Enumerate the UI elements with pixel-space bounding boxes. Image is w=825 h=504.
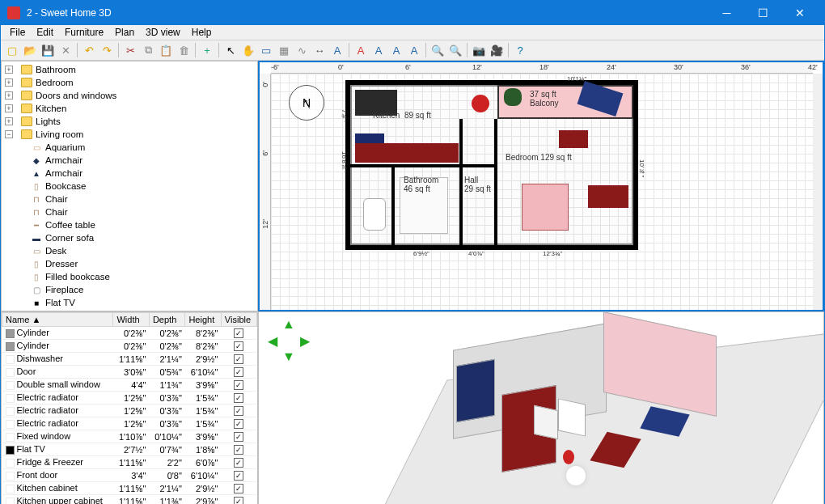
col-height[interactable]: Height	[185, 313, 221, 327]
visible-checkbox[interactable]: ✓	[234, 328, 243, 338]
tree-item[interactable]: ◆Armchair	[3, 154, 256, 167]
tree-item[interactable]: ■Flat TV	[3, 296, 256, 309]
furniture-cabinet[interactable]	[355, 133, 384, 143]
table-row[interactable]: Cylinder 0'2⅜" 0'2⅜" 8'2⅜" ✓	[2, 340, 257, 353]
add-furniture-icon[interactable]: +	[199, 42, 215, 58]
delete-icon[interactable]: 🗑	[176, 42, 192, 58]
furniture-plant[interactable]	[504, 88, 522, 106]
save-icon[interactable]: 💾	[40, 42, 56, 58]
menu-help[interactable]: Help	[186, 25, 218, 40]
select-icon[interactable]: ↖	[222, 42, 239, 58]
furniture-counter[interactable]	[355, 143, 459, 163]
table-row[interactable]: Door 3'0⅜" 0'5¾" 6'10¼" ✓	[2, 366, 257, 379]
tree-category[interactable]: +Bathroom	[3, 63, 256, 76]
tree-item[interactable]: ▯Filled bookcase	[3, 270, 256, 283]
table-row[interactable]: Kitchen cabinet 1'11⅝" 2'1¼" 2'9½" ✓	[2, 482, 257, 495]
open-icon[interactable]: 📂	[22, 42, 38, 58]
visible-checkbox[interactable]: ✓	[234, 419, 243, 429]
nav-up-icon[interactable]: ▲	[281, 317, 296, 332]
visible-checkbox[interactable]: ✓	[234, 432, 243, 442]
visible-checkbox[interactable]: ✓	[234, 354, 243, 364]
nav-left-icon[interactable]: ◀	[265, 333, 280, 348]
visible-checkbox[interactable]: ✓	[234, 380, 243, 390]
visible-checkbox[interactable]: ✓	[234, 341, 243, 351]
create-dimensions-icon[interactable]: ↔	[311, 42, 328, 58]
furniture-tree[interactable]: +Bathroom+Bedroom+Doors and windows+Kitc…	[2, 61, 257, 311]
table-row[interactable]: Double small window 4'4" 1'1¾" 3'9⅝" ✓	[2, 379, 257, 392]
col-name[interactable]: Name ▲	[2, 313, 113, 327]
3d-view[interactable]: ▲ ▼ ◀ ▶	[258, 311, 824, 504]
paste-icon[interactable]: 📋	[158, 42, 174, 58]
tree-item[interactable]: ▬Corner sofa	[3, 231, 256, 244]
tree-category[interactable]: −Living room	[3, 128, 256, 141]
redo-icon[interactable]: ↷	[99, 42, 115, 58]
zoom-in-icon[interactable]: 🔍	[429, 42, 446, 58]
table-row[interactable]: Front door 3'4" 0'8" 6'10¼" ✓	[2, 469, 257, 482]
tree-item[interactable]: ▯Dresser	[3, 257, 256, 270]
furniture-stool[interactable]	[472, 95, 489, 112]
maximize-button[interactable]: ☐	[745, 1, 781, 25]
col-depth[interactable]: Depth	[149, 313, 184, 327]
tree-item[interactable]: ▲Armchair	[3, 167, 256, 180]
tree-category[interactable]: +Doors and windows	[3, 89, 256, 102]
tree-category[interactable]: +Kitchen	[3, 102, 256, 115]
tree-item[interactable]: ▢Fireplace	[3, 283, 256, 296]
copy-icon[interactable]: ⧉	[140, 42, 156, 58]
photo-icon[interactable]: 📷	[471, 42, 487, 58]
tree-item[interactable]: ▭Aquarium	[3, 141, 256, 154]
plan-view[interactable]: -6'0'6'12'18'24'30'36'42' 0'6'12' N ↑	[258, 61, 824, 311]
nav-right-icon[interactable]: ▶	[298, 333, 312, 348]
visible-checkbox[interactable]: ✓	[234, 497, 243, 504]
table-row[interactable]: Kitchen upper cabinet 1'11⅝" 1'1⅜" 2'9⅞"…	[2, 495, 257, 505]
menu-furniture[interactable]: Furniture	[59, 25, 109, 40]
menu-edit[interactable]: Edit	[31, 25, 59, 40]
expander-icon[interactable]: −	[5, 130, 13, 138]
tree-item[interactable]: ━Coffee table	[3, 218, 256, 231]
expander-icon[interactable]: +	[5, 66, 13, 74]
text-bold-icon[interactable]: A	[353, 42, 369, 58]
preferences-icon[interactable]: ✕	[57, 42, 74, 58]
tree-category[interactable]: +Bedroom	[3, 76, 256, 89]
menu-plan[interactable]: Plan	[109, 25, 140, 40]
new-icon[interactable]: ▢	[4, 42, 20, 58]
expander-icon[interactable]: +	[5, 104, 13, 112]
visible-checkbox[interactable]: ✓	[234, 445, 243, 455]
plan-scrollbar[interactable]	[813, 74, 823, 310]
tree-item[interactable]: ▯Bookcase	[3, 180, 256, 193]
pan-icon[interactable]: ✋	[240, 42, 256, 58]
table-row[interactable]: Dishwasher 1'11⅝" 2'1¼" 2'9½" ✓	[2, 353, 257, 366]
visible-checkbox[interactable]: ✓	[234, 393, 243, 403]
expander-icon[interactable]: +	[5, 78, 13, 87]
create-rooms-icon[interactable]: ▦	[276, 42, 292, 58]
text-italic-icon[interactable]: A	[370, 42, 387, 58]
furniture-toilet[interactable]	[363, 198, 386, 231]
create-walls-icon[interactable]: ▭	[258, 42, 274, 58]
col-visible[interactable]: Visible	[221, 313, 256, 327]
table-row[interactable]: Electric radiator 1'2⅝" 0'3⅞" 1'5¾" ✓	[2, 417, 257, 430]
furniture-table[interactable]: Name ▲ Width Depth Height Visible Cylind…	[2, 312, 257, 504]
visible-checkbox[interactable]: ✓	[234, 471, 243, 481]
expander-icon[interactable]: +	[5, 117, 13, 125]
table-row[interactable]: Cylinder 0'2⅜" 0'2⅜" 8'2⅜" ✓	[2, 327, 257, 340]
col-width[interactable]: Width	[113, 313, 149, 327]
tree-item[interactable]: ⊓Chair	[3, 205, 256, 218]
table-row[interactable]: Fixed window 1'10⅞" 0'10¼" 3'9⅝" ✓	[2, 430, 257, 443]
create-text-icon[interactable]: A	[329, 42, 345, 58]
table-row[interactable]: Electric radiator 1'2⅝" 0'3⅞" 1'5¾" ✓	[2, 404, 257, 417]
table-row[interactable]: Flat TV 2'7½" 0'7¾" 1'8⅝" ✓	[2, 443, 257, 456]
visible-checkbox[interactable]: ✓	[234, 406, 243, 416]
tree-item[interactable]: ⊓Chair	[3, 193, 256, 205]
minimize-button[interactable]: ─	[709, 1, 745, 25]
cut-icon[interactable]: ✂	[122, 42, 138, 58]
furniture-bed[interactable]	[522, 184, 569, 231]
zoom-out-icon[interactable]: 🔍	[447, 42, 463, 58]
close-button[interactable]: ✕	[781, 1, 818, 25]
help-icon[interactable]: ?	[512, 42, 528, 58]
video-icon[interactable]: 🎥	[489, 42, 505, 58]
table-row[interactable]: Fridge & Freezer 1'11⅝" 2'2" 6'0⅞" ✓	[2, 456, 257, 469]
create-polylines-icon[interactable]: ∿	[294, 42, 310, 58]
undo-icon[interactable]: ↶	[81, 42, 97, 58]
decrease-text-icon[interactable]: A	[406, 42, 422, 58]
expander-icon[interactable]: +	[5, 91, 13, 100]
tree-category[interactable]: +Lights	[3, 115, 256, 128]
